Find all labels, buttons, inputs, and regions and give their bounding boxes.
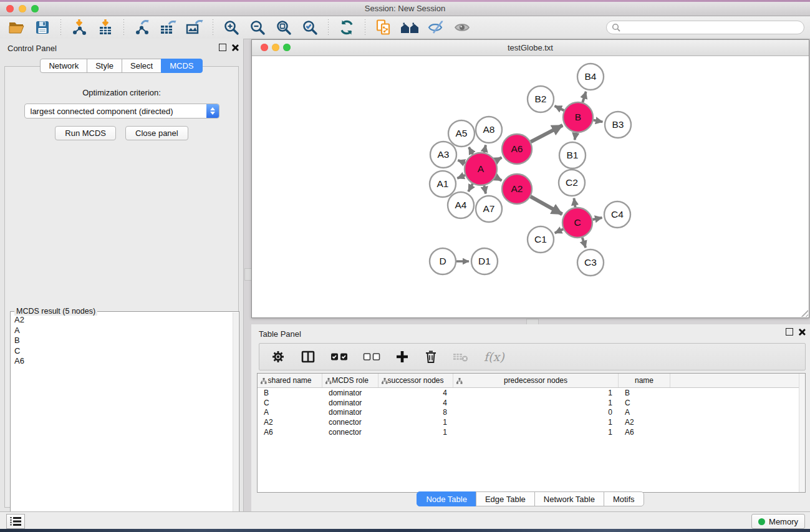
table-cell[interactable]: A2 [258, 418, 322, 427]
table-cell[interactable]: dominator [322, 408, 378, 417]
edge-A-A8[interactable] [484, 145, 485, 152]
edge-A-A5[interactable] [469, 147, 473, 154]
function-builder-icon[interactable]: f(x) [484, 350, 504, 364]
node-B3[interactable]: B3 [605, 112, 631, 138]
table-cell[interactable]: 1 [453, 399, 619, 407]
tab-network[interactable]: Network [40, 59, 87, 73]
table-cell[interactable]: 1 [453, 389, 619, 397]
column-header-MCDS-role[interactable]: MCDS role [322, 374, 378, 387]
table-row-B[interactable]: Bdominator41B [258, 388, 805, 398]
node-A2[interactable]: A2 [502, 174, 532, 204]
edge-C-C1[interactable] [555, 229, 564, 233]
table-cell[interactable]: connector [322, 428, 378, 437]
mcds-result-item[interactable]: B [11, 336, 233, 346]
node-D1[interactable]: D1 [471, 248, 498, 274]
edge-C-C2[interactable] [574, 198, 575, 207]
create-new-column-icon[interactable] [395, 350, 409, 364]
table-cell[interactable]: dominator [322, 399, 378, 407]
import-table-icon[interactable] [94, 18, 117, 37]
task-history-button[interactable] [6, 514, 25, 529]
memory-button[interactable]: Memory [751, 514, 805, 529]
table-cell[interactable]: A6 [258, 428, 322, 437]
node-A8[interactable]: A8 [476, 117, 502, 143]
table-cell[interactable]: 1 [378, 418, 453, 427]
column-header-successor-nodes[interactable]: successor nodes [378, 374, 453, 387]
edge-B-B3[interactable] [594, 120, 603, 122]
node-C3[interactable]: C3 [577, 249, 604, 276]
close-panel-button[interactable]: Close panel [125, 126, 188, 140]
zoom-in-icon[interactable] [220, 18, 243, 37]
show-all-icon[interactable] [451, 18, 473, 37]
table-cell[interactable]: A [619, 408, 670, 417]
node-A6[interactable]: A6 [502, 134, 532, 164]
mcds-result-item[interactable]: A6 [11, 356, 233, 367]
close-panel-icon[interactable] [231, 44, 238, 51]
edge-C-C3[interactable] [582, 238, 586, 248]
node-A1[interactable]: A1 [430, 171, 456, 197]
node-C2[interactable]: C2 [559, 170, 585, 196]
table-cell[interactable]: 1 [453, 418, 619, 427]
export-network-icon[interactable] [131, 18, 153, 37]
node-B1[interactable]: B1 [559, 142, 586, 168]
deselect-all-rows-icon[interactable] [363, 352, 380, 362]
search-input[interactable] [606, 21, 804, 34]
zoom-fit-icon[interactable] [272, 18, 295, 37]
edge-B-B1[interactable] [575, 133, 576, 140]
node-B4[interactable]: B4 [577, 64, 604, 90]
table-scrollbar[interactable] [799, 374, 805, 492]
tab-style[interactable]: Style [87, 59, 122, 73]
open-session-icon[interactable] [5, 18, 27, 37]
node-C1[interactable]: C1 [528, 226, 554, 253]
delete-table-icon[interactable] [453, 351, 469, 363]
table-row-A6[interactable]: A6connector11A6 [258, 427, 805, 437]
node-A[interactable]: A [465, 153, 497, 185]
node-A7[interactable]: A7 [476, 196, 502, 222]
table-cell[interactable]: 4 [378, 399, 453, 407]
close-table-panel-icon[interactable] [798, 329, 805, 336]
edge-B-B2[interactable] [555, 106, 564, 110]
edge-A-A2[interactable] [496, 177, 502, 180]
tab-mcds[interactable]: MCDS [161, 59, 202, 73]
run-mcds-button[interactable]: Run MCDS [55, 126, 116, 140]
edge-A6-B[interactable] [531, 125, 562, 142]
table-cell[interactable]: connector [322, 418, 378, 427]
table-cell[interactable]: C [619, 399, 670, 407]
split-table-view-icon[interactable] [301, 349, 316, 364]
column-header-shared-name[interactable]: shared name [258, 374, 322, 387]
edge-A-A6[interactable] [496, 158, 502, 161]
mcds-result-item[interactable]: A [11, 326, 233, 336]
export-table-icon[interactable] [157, 18, 180, 37]
table-cell[interactable]: A2 [619, 418, 670, 427]
table-cell[interactable]: C [258, 399, 322, 407]
table-settings-icon[interactable] [271, 349, 286, 364]
node-B[interactable]: B [563, 102, 593, 132]
table-cell[interactable]: 8 [378, 408, 453, 417]
edge-A-A7[interactable] [484, 185, 486, 193]
edge-A-A3[interactable] [458, 160, 465, 163]
column-header-name[interactable]: name [619, 374, 670, 387]
tab-network-table[interactable]: Network Table [534, 491, 604, 506]
table-cell[interactable]: A6 [619, 428, 670, 437]
tab-motifs[interactable]: Motifs [604, 491, 644, 506]
table-cell[interactable]: 0 [453, 408, 619, 417]
table-cell[interactable]: 1 [453, 428, 619, 437]
node-A4[interactable]: A4 [448, 192, 474, 218]
float-table-panel-icon[interactable] [786, 328, 793, 336]
tab-select[interactable]: Select [122, 59, 162, 73]
criterion-dropdown[interactable]: largest connected component (directed) [24, 104, 219, 118]
edge-A-A1[interactable] [457, 175, 465, 178]
column-header-predecessor-nodes[interactable]: predecessor nodes [453, 374, 619, 387]
table-row-C[interactable]: Cdominator41C [258, 398, 805, 408]
hide-selected-icon[interactable] [425, 18, 447, 37]
node-D[interactable]: D [430, 248, 456, 274]
mcds-result-item[interactable]: C [11, 346, 233, 357]
zoom-selected-icon[interactable] [299, 18, 321, 37]
network-canvas[interactable]: B4B2BB3A5A8A6B1A3AC2A1A2A4A7C4CC1C3DD1 [252, 56, 809, 317]
table-cell[interactable]: 1 [378, 428, 453, 437]
table-cell[interactable]: B [619, 389, 670, 397]
node-A3[interactable]: A3 [430, 142, 456, 168]
mcds-result-item[interactable]: A2 [11, 315, 233, 326]
table-cell[interactable]: dominator [322, 389, 378, 397]
node-C[interactable]: C [562, 208, 592, 238]
new-network-from-selection-icon[interactable] [372, 18, 395, 37]
